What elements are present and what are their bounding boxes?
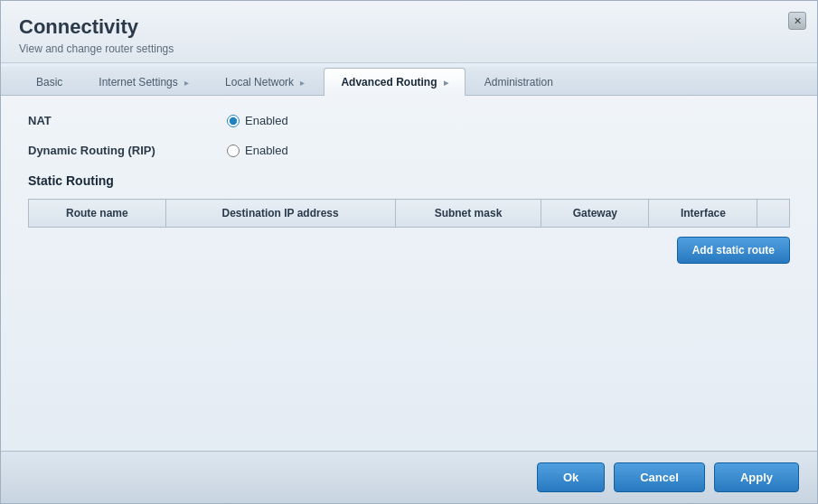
static-routing-section: Static Routing Route name Destination IP…	[28, 173, 790, 264]
dynamic-routing-label: Dynamic Routing (RIP)	[28, 144, 227, 157]
col-route-name: Route name	[29, 200, 166, 228]
dynamic-routing-row: Dynamic Routing (RIP) Enabled	[28, 144, 790, 157]
nat-row: NAT Enabled	[28, 114, 790, 127]
table-header-row: Route name Destination IP address Subnet…	[29, 200, 790, 228]
connectivity-dialog: Connectivity View and change router sett…	[0, 0, 818, 504]
dynamic-routing-radio-group: Enabled	[227, 144, 288, 157]
nat-label: NAT	[28, 114, 227, 127]
cancel-button[interactable]: Cancel	[614, 462, 705, 492]
col-dest-ip: Destination IP address	[165, 200, 395, 228]
close-icon: ✕	[794, 15, 802, 27]
apply-button[interactable]: Apply	[714, 462, 799, 492]
col-gateway: Gateway	[541, 200, 649, 228]
col-subnet-mask: Subnet mask	[395, 200, 541, 228]
static-routing-title: Static Routing	[28, 173, 790, 188]
add-static-route-button[interactable]: Add static route	[677, 237, 790, 264]
tab-local-network[interactable]: Local Network ▸	[208, 68, 322, 96]
tab-administration[interactable]: Administration	[467, 68, 570, 96]
content-area: NAT Enabled Dynamic Routing (RIP) Enable…	[1, 96, 817, 451]
tab-advanced-routing[interactable]: Advanced Routing ▸	[324, 68, 465, 96]
add-route-container: Add static route	[28, 228, 790, 264]
tab-internet-settings[interactable]: Internet Settings ▸	[81, 68, 206, 96]
footer: Ok Cancel Apply	[1, 451, 817, 503]
rip-enabled-radio[interactable]	[227, 145, 240, 157]
tab-basic[interactable]: Basic	[19, 68, 80, 96]
title-bar: Connectivity View and change router sett…	[1, 1, 817, 63]
ok-button[interactable]: Ok	[537, 462, 605, 492]
nat-radio-group: Enabled	[227, 114, 288, 127]
static-routing-table: Route name Destination IP address Subnet…	[28, 199, 790, 228]
tab-bar: Basic Internet Settings ▸ Local Network …	[1, 67, 817, 96]
col-actions	[757, 200, 790, 228]
close-button[interactable]: ✕	[788, 12, 806, 30]
dialog-subtitle: View and change router settings	[19, 42, 799, 55]
tab-arrow: ▸	[300, 78, 305, 88]
nat-enabled-label: Enabled	[245, 114, 288, 127]
dialog-title: Connectivity	[19, 15, 799, 39]
tab-arrow: ▸	[184, 78, 189, 88]
nat-enabled-radio[interactable]	[227, 115, 240, 127]
rip-enabled-label: Enabled	[245, 144, 288, 157]
col-interface: Interface	[649, 200, 757, 228]
tab-arrow: ▸	[444, 78, 448, 88]
